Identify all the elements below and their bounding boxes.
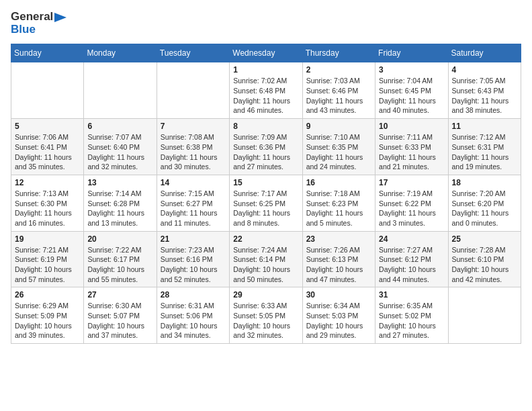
day-info: Sunrise: 7:24 AM Sunset: 6:14 PM Dayligh… xyxy=(233,245,298,285)
day-info: Sunrise: 7:07 AM Sunset: 6:40 PM Dayligh… xyxy=(87,132,152,172)
day-number: 3 xyxy=(379,65,444,75)
calendar-cell: 7Sunrise: 7:08 AM Sunset: 6:38 PM Daylig… xyxy=(157,119,229,175)
calendar-cell: 26Sunrise: 6:29 AM Sunset: 5:09 PM Dayli… xyxy=(11,287,84,344)
day-info: Sunrise: 7:18 AM Sunset: 6:23 PM Dayligh… xyxy=(306,189,371,228)
day-info: Sunrise: 7:06 AM Sunset: 6:41 PM Dayligh… xyxy=(15,132,80,172)
calendar-cell: 17Sunrise: 7:19 AM Sunset: 6:22 PM Dayli… xyxy=(375,175,448,231)
day-info: Sunrise: 7:12 AM Sunset: 6:31 PM Dayligh… xyxy=(452,132,517,172)
day-info: Sunrise: 7:19 AM Sunset: 6:22 PM Dayligh… xyxy=(379,189,444,228)
calendar-week-row: 1Sunrise: 7:02 AM Sunset: 6:48 PM Daylig… xyxy=(11,62,521,119)
day-info: Sunrise: 7:22 AM Sunset: 6:17 PM Dayligh… xyxy=(87,245,152,285)
day-number: 1 xyxy=(233,65,298,75)
calendar-cell xyxy=(11,62,84,119)
day-number: 26 xyxy=(15,290,80,300)
day-info: Sunrise: 7:03 AM Sunset: 6:46 PM Dayligh… xyxy=(306,76,371,116)
day-number: 28 xyxy=(161,290,226,300)
day-info: Sunrise: 7:17 AM Sunset: 6:25 PM Dayligh… xyxy=(233,189,298,228)
day-number: 14 xyxy=(161,178,226,187)
calendar-cell: 27Sunrise: 6:30 AM Sunset: 5:07 PM Dayli… xyxy=(84,287,157,344)
calendar-cell xyxy=(448,287,521,344)
calendar-cell: 30Sunrise: 6:34 AM Sunset: 5:03 PM Dayli… xyxy=(302,287,375,344)
day-number: 2 xyxy=(306,65,371,75)
calendar-cell: 13Sunrise: 7:14 AM Sunset: 6:28 PM Dayli… xyxy=(84,175,157,231)
day-info: Sunrise: 7:26 AM Sunset: 6:13 PM Dayligh… xyxy=(306,245,371,285)
day-number: 5 xyxy=(15,122,80,131)
day-number: 31 xyxy=(379,290,444,300)
day-info: Sunrise: 7:08 AM Sunset: 6:38 PM Dayligh… xyxy=(161,132,226,172)
calendar-week-row: 26Sunrise: 6:29 AM Sunset: 5:09 PM Dayli… xyxy=(11,287,521,344)
day-info: Sunrise: 7:14 AM Sunset: 6:28 PM Dayligh… xyxy=(87,189,152,228)
day-number: 6 xyxy=(87,122,152,131)
day-number: 13 xyxy=(87,178,152,187)
calendar-week-row: 5Sunrise: 7:06 AM Sunset: 6:41 PM Daylig… xyxy=(11,119,521,175)
day-info: Sunrise: 7:28 AM Sunset: 6:10 PM Dayligh… xyxy=(452,245,517,285)
calendar-cell: 5Sunrise: 7:06 AM Sunset: 6:41 PM Daylig… xyxy=(11,119,84,175)
day-info: Sunrise: 7:05 AM Sunset: 6:43 PM Dayligh… xyxy=(452,76,517,116)
day-header-sunday: Sunday xyxy=(11,44,84,62)
day-info: Sunrise: 6:30 AM Sunset: 5:07 PM Dayligh… xyxy=(87,301,152,340)
calendar-cell: 6Sunrise: 7:07 AM Sunset: 6:40 PM Daylig… xyxy=(84,119,157,175)
calendar-cell: 1Sunrise: 7:02 AM Sunset: 6:48 PM Daylig… xyxy=(230,62,302,119)
day-info: Sunrise: 7:09 AM Sunset: 6:36 PM Dayligh… xyxy=(233,132,298,172)
day-info: Sunrise: 7:20 AM Sunset: 6:20 PM Dayligh… xyxy=(452,189,517,228)
day-number: 7 xyxy=(161,122,226,131)
day-info: Sunrise: 7:10 AM Sunset: 6:35 PM Dayligh… xyxy=(306,132,371,172)
day-header-monday: Monday xyxy=(84,44,157,62)
day-header-wednesday: Wednesday xyxy=(230,44,302,62)
calendar-cell: 8Sunrise: 7:09 AM Sunset: 6:36 PM Daylig… xyxy=(230,119,302,175)
day-number: 16 xyxy=(306,178,371,187)
day-info: Sunrise: 7:04 AM Sunset: 6:45 PM Dayligh… xyxy=(379,76,444,116)
logo: General Blue xyxy=(11,11,66,36)
day-number: 20 xyxy=(87,234,152,244)
day-info: Sunrise: 6:34 AM Sunset: 5:03 PM Dayligh… xyxy=(306,301,371,340)
day-info: Sunrise: 7:23 AM Sunset: 6:16 PM Dayligh… xyxy=(161,245,226,285)
day-number: 4 xyxy=(452,65,517,75)
calendar-cell: 21Sunrise: 7:23 AM Sunset: 6:16 PM Dayli… xyxy=(157,231,229,287)
calendar-week-row: 12Sunrise: 7:13 AM Sunset: 6:30 PM Dayli… xyxy=(11,175,521,231)
day-info: Sunrise: 7:21 AM Sunset: 6:19 PM Dayligh… xyxy=(15,245,80,285)
day-number: 9 xyxy=(306,122,371,131)
calendar-cell xyxy=(157,62,229,119)
calendar-header-row: SundayMondayTuesdayWednesdayThursdayFrid… xyxy=(11,44,521,62)
svg-marker-0 xyxy=(54,13,66,22)
calendar-cell: 10Sunrise: 7:11 AM Sunset: 6:33 PM Dayli… xyxy=(375,119,448,175)
day-number: 12 xyxy=(15,178,80,187)
day-number: 27 xyxy=(87,290,152,300)
calendar-cell: 28Sunrise: 6:31 AM Sunset: 5:06 PM Dayli… xyxy=(157,287,229,344)
calendar-cell: 4Sunrise: 7:05 AM Sunset: 6:43 PM Daylig… xyxy=(448,62,521,119)
calendar-cell: 9Sunrise: 7:10 AM Sunset: 6:35 PM Daylig… xyxy=(302,119,375,175)
day-info: Sunrise: 7:15 AM Sunset: 6:27 PM Dayligh… xyxy=(161,189,226,228)
day-number: 18 xyxy=(452,178,517,187)
calendar-week-row: 19Sunrise: 7:21 AM Sunset: 6:19 PM Dayli… xyxy=(11,231,521,287)
day-header-thursday: Thursday xyxy=(302,44,375,62)
calendar-cell: 29Sunrise: 6:33 AM Sunset: 5:05 PM Dayli… xyxy=(230,287,302,344)
calendar-cell: 24Sunrise: 7:27 AM Sunset: 6:12 PM Dayli… xyxy=(375,231,448,287)
calendar-cell: 2Sunrise: 7:03 AM Sunset: 6:46 PM Daylig… xyxy=(302,62,375,119)
day-header-tuesday: Tuesday xyxy=(157,44,229,62)
calendar-cell: 11Sunrise: 7:12 AM Sunset: 6:31 PM Dayli… xyxy=(448,119,521,175)
day-number: 22 xyxy=(233,234,298,244)
day-info: Sunrise: 6:35 AM Sunset: 5:02 PM Dayligh… xyxy=(379,301,444,340)
day-number: 23 xyxy=(306,234,371,244)
calendar-cell: 18Sunrise: 7:20 AM Sunset: 6:20 PM Dayli… xyxy=(448,175,521,231)
day-number: 30 xyxy=(306,290,371,300)
calendar-cell xyxy=(84,62,157,119)
logo-flag-icon xyxy=(54,13,66,22)
day-number: 15 xyxy=(233,178,298,187)
logo-blue: Blue xyxy=(11,23,36,36)
day-info: Sunrise: 6:31 AM Sunset: 5:06 PM Dayligh… xyxy=(161,301,226,340)
day-number: 29 xyxy=(233,290,298,300)
calendar-cell: 31Sunrise: 6:35 AM Sunset: 5:02 PM Dayli… xyxy=(375,287,448,344)
calendar-cell: 25Sunrise: 7:28 AM Sunset: 6:10 PM Dayli… xyxy=(448,231,521,287)
day-number: 11 xyxy=(452,122,517,131)
day-info: Sunrise: 7:02 AM Sunset: 6:48 PM Dayligh… xyxy=(233,76,298,116)
calendar-cell: 14Sunrise: 7:15 AM Sunset: 6:27 PM Dayli… xyxy=(157,175,229,231)
calendar-cell: 15Sunrise: 7:17 AM Sunset: 6:25 PM Dayli… xyxy=(230,175,302,231)
calendar-cell: 19Sunrise: 7:21 AM Sunset: 6:19 PM Dayli… xyxy=(11,231,84,287)
calendar-cell: 20Sunrise: 7:22 AM Sunset: 6:17 PM Dayli… xyxy=(84,231,157,287)
logo-general: General xyxy=(11,10,53,23)
calendar-cell: 16Sunrise: 7:18 AM Sunset: 6:23 PM Dayli… xyxy=(302,175,375,231)
calendar-cell: 12Sunrise: 7:13 AM Sunset: 6:30 PM Dayli… xyxy=(11,175,84,231)
day-info: Sunrise: 7:27 AM Sunset: 6:12 PM Dayligh… xyxy=(379,245,444,285)
header: General Blue xyxy=(11,11,521,36)
